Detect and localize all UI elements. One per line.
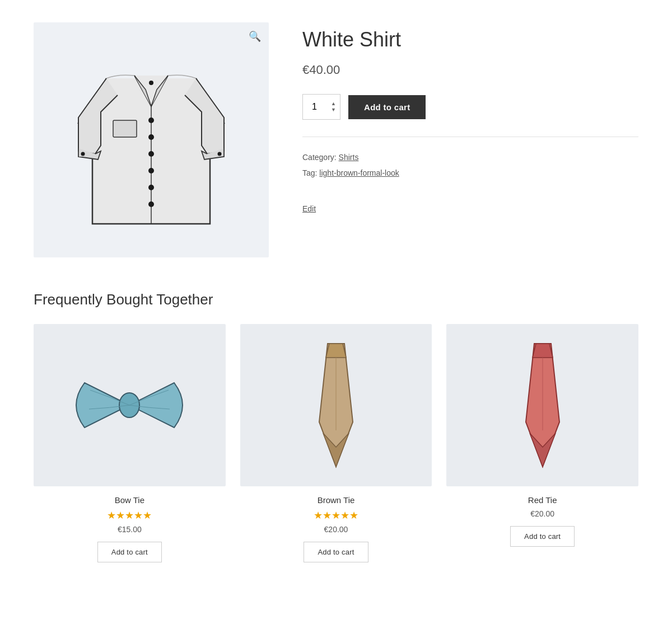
svg-point-4: [148, 168, 154, 173]
fbt-price-2: €20.00: [446, 509, 638, 518]
fbt-card-image-2: [446, 324, 638, 486]
fbt-section: Frequently Bought Together: [34, 291, 638, 562]
quantity-field[interactable]: [307, 102, 330, 112]
product-image-wrapper: 🔍: [34, 22, 269, 257]
add-to-cart-row: ▲ ▼ Add to cart: [302, 94, 638, 120]
fbt-card-name-2: Red Tie: [446, 495, 638, 505]
product-title: White Shirt: [302, 28, 638, 51]
fbt-card-name-1: Brown Tie: [240, 495, 432, 505]
product-image-svg: [62, 34, 241, 246]
fbt-add-button-1[interactable]: Add to cart: [304, 542, 368, 562]
svg-point-1: [148, 118, 154, 123]
tag-label: Tag:: [302, 168, 317, 177]
fbt-card-2: Red Tie €20.00 Add to cart: [446, 324, 638, 562]
svg-point-2: [148, 134, 154, 140]
category-label: Category:: [302, 153, 337, 162]
bow-tie-svg: [73, 369, 185, 442]
svg-rect-7: [113, 120, 137, 137]
product-meta: Category: Shirts Tag: light-brown-formal…: [302, 137, 638, 217]
fbt-card-name-0: Bow Tie: [34, 495, 226, 505]
svg-point-9: [81, 152, 85, 156]
fbt-title: Frequently Bought Together: [34, 291, 638, 308]
fbt-add-button-0[interactable]: Add to cart: [97, 542, 162, 562]
qty-up-button[interactable]: ▲: [330, 101, 337, 106]
brown-tie-svg: [308, 338, 364, 472]
fbt-stars-0: ★★★★★: [34, 509, 226, 522]
add-to-cart-button[interactable]: Add to cart: [348, 95, 426, 119]
quantity-input-wrapper: ▲ ▼: [302, 94, 340, 120]
qty-spinners: ▲ ▼: [330, 101, 337, 112]
fbt-card-image-1: [240, 324, 432, 486]
zoom-icon[interactable]: 🔍: [249, 30, 261, 43]
category-link[interactable]: Shirts: [339, 153, 359, 162]
svg-point-3: [148, 151, 154, 157]
fbt-grid: Bow Tie ★★★★★ €15.00 Add to cart: [34, 324, 638, 562]
svg-point-5: [148, 185, 154, 190]
red-tie-svg: [515, 338, 571, 472]
product-details: White Shirt €40.00 ▲ ▼ Add to cart Categ…: [302, 22, 638, 257]
edit-link[interactable]: Edit: [302, 201, 316, 217]
product-section: 🔍: [34, 22, 638, 257]
category-line: Category: Shirts: [302, 149, 638, 165]
fbt-card-0: Bow Tie ★★★★★ €15.00 Add to cart: [34, 324, 226, 562]
fbt-add-button-2[interactable]: Add to cart: [510, 526, 575, 547]
product-price: €40.00: [302, 63, 638, 77]
tag-line: Tag: light-brown-formal-look: [302, 165, 638, 181]
tag-link[interactable]: light-brown-formal-look: [319, 168, 399, 177]
svg-point-6: [148, 201, 154, 207]
svg-point-10: [218, 152, 222, 156]
fbt-price-0: €15.00: [34, 525, 226, 534]
fbt-card-1: Brown Tie ★★★★★ €20.00 Add to cart: [240, 324, 432, 562]
fbt-price-1: €20.00: [240, 525, 432, 534]
svg-point-8: [149, 81, 153, 85]
qty-down-button[interactable]: ▼: [330, 107, 337, 112]
fbt-stars-1: ★★★★★: [240, 509, 432, 522]
fbt-card-image-0: [34, 324, 226, 486]
